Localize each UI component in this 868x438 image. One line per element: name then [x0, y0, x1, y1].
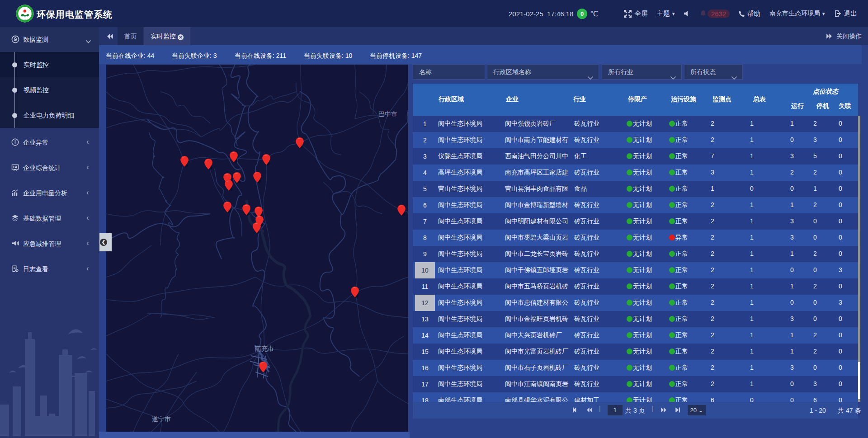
svg-text:南充市: 南充市 [255, 345, 274, 352]
svg-text:环保监管: 环保监管 [21, 19, 28, 21]
svg-text:遂宁市: 遂宁市 [152, 415, 171, 423]
svg-text:巴中市: 巴中市 [378, 110, 397, 118]
